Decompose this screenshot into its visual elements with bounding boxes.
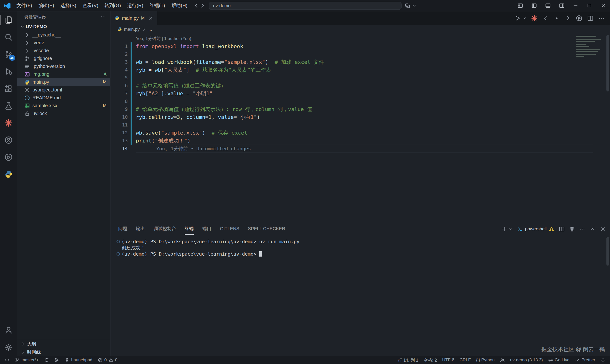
- command-center-dropdown[interactable]: [412, 3, 417, 8]
- notifications[interactable]: [598, 356, 608, 364]
- activity-explorer[interactable]: [0, 12, 17, 29]
- file-item-pyproject-toml[interactable]: pyproject.toml: [17, 86, 110, 94]
- menu-选择-s[interactable]: 选择(S): [57, 0, 79, 11]
- activity-search[interactable]: [0, 29, 17, 46]
- run-python-file-button[interactable]: [514, 15, 521, 21]
- copilot[interactable]: [405, 3, 410, 8]
- menu-编辑-e[interactable]: 编辑(E): [35, 0, 57, 11]
- activity-source-control[interactable]: 40: [0, 46, 17, 63]
- panel-tab-输出[interactable]: 输出: [136, 223, 145, 235]
- git-branch[interactable]: master*+: [12, 356, 41, 364]
- codelens-blame[interactable]: You, 1分钟前 | 1 author (You): [136, 36, 610, 41]
- terminal[interactable]: (uv-demo) PS D:\workspace\vue-learning\u…: [111, 235, 610, 356]
- git-status-badge: M: [103, 103, 106, 108]
- new-terminal-button[interactable]: [501, 226, 507, 232]
- panel-tab-终端[interactable]: 终端: [185, 223, 194, 235]
- file-item-uv-lock[interactable]: uv.lock: [17, 110, 110, 117]
- menu-帮助-h[interactable]: 帮助(H): [168, 0, 191, 11]
- more-actions-button[interactable]: [598, 15, 605, 21]
- toggle-secondary-sidebar-button[interactable]: [555, 0, 569, 11]
- file-item-sample-xlsx[interactable]: sample.xlsxM: [17, 102, 110, 110]
- editor-scrollbar[interactable]: [606, 35, 609, 91]
- navigate-forward-button[interactable]: [565, 15, 571, 21]
- extension-action-button[interactable]: [531, 15, 538, 21]
- activity-python[interactable]: [0, 166, 17, 183]
- section-时间线[interactable]: 时间线: [17, 348, 110, 356]
- maximize-button[interactable]: [582, 0, 596, 11]
- customize-layout-button[interactable]: [513, 0, 527, 11]
- navigate-back-button[interactable]: [542, 15, 549, 21]
- panel-tab-spell-checker[interactable]: SPELL CHECKER: [248, 223, 285, 235]
- panel-tab-端口[interactable]: 端口: [202, 223, 211, 235]
- file-item-gitignore[interactable]: .gitignore: [17, 54, 110, 62]
- close-panel-button[interactable]: [600, 226, 606, 232]
- toggle-primary-sidebar-button[interactable]: [527, 0, 541, 11]
- file-item-venv[interactable]: .venv: [17, 39, 110, 47]
- maximize-panel-button[interactable]: [589, 226, 596, 232]
- split-terminal-button[interactable]: [559, 226, 565, 232]
- tab-main-py[interactable]: main.py M: [111, 12, 157, 25]
- run-below-button[interactable]: [576, 15, 582, 21]
- activity-extension-runner[interactable]: [0, 149, 17, 166]
- breadcrumb-item-main-py[interactable]: main.py: [124, 27, 140, 32]
- python-icon: [117, 27, 122, 32]
- terminal-instance-powershell[interactable]: powershell: [517, 226, 555, 232]
- panel-tab-调试控制台[interactable]: 调试控制台: [154, 223, 176, 235]
- go-forward[interactable]: [199, 3, 206, 9]
- toggle-panel-button[interactable]: [541, 0, 555, 11]
- language-mode[interactable]: { } Python: [473, 356, 497, 364]
- gitlens-launchpad[interactable]: Launchpad: [62, 356, 95, 364]
- file-item-vscode[interactable]: .vscode: [17, 47, 110, 54]
- file-item-python-version[interactable]: .python-version: [17, 62, 110, 70]
- cursor-position[interactable]: 行 14, 列 1: [395, 356, 421, 364]
- activity-testing[interactable]: [0, 97, 17, 114]
- go-back[interactable]: [193, 3, 199, 9]
- git-sync[interactable]: [41, 356, 52, 364]
- terminal-scrollbar[interactable]: [606, 237, 609, 266]
- activity-extension-account[interactable]: [0, 131, 17, 149]
- minimap[interactable]: [576, 36, 602, 58]
- file-item-readme-md[interactable]: README.md: [17, 94, 110, 102]
- command-center-search[interactable]: uv-demo: [209, 2, 402, 10]
- indentation[interactable]: 空格: 2: [421, 356, 440, 364]
- live-share[interactable]: [497, 356, 507, 364]
- menu-查看-v[interactable]: 查看(V): [79, 0, 102, 11]
- problems[interactable]: 00: [95, 356, 120, 364]
- menu-文件-f[interactable]: 文件(F): [13, 0, 35, 11]
- encoding[interactable]: UTF-8: [440, 356, 457, 364]
- go-live[interactable]: Go Live: [545, 356, 572, 364]
- panel-tab-问题[interactable]: 问题: [118, 223, 127, 235]
- menu-转到-g[interactable]: 转到(G): [102, 0, 124, 11]
- activity-extensions[interactable]: [0, 80, 17, 97]
- views-more-icon[interactable]: [100, 14, 106, 20]
- file-item-img-png[interactable]: img.pngA: [17, 70, 110, 78]
- terminal-dropdown-button[interactable]: [512, 227, 513, 231]
- python-interpreter[interactable]: uv-demo (3.13.3): [507, 356, 545, 364]
- activity-accounts[interactable]: [0, 322, 17, 339]
- remote-indicator[interactable]: [2, 356, 12, 364]
- file-item-main-py[interactable]: main.pyM: [17, 78, 110, 86]
- split-editor-button[interactable]: [587, 15, 594, 21]
- activity-extension-sparkle[interactable]: [0, 114, 17, 131]
- activity-run-and-debug[interactable]: [0, 63, 17, 80]
- menu-终端-t[interactable]: 终端(T): [146, 0, 168, 11]
- file-item-pycache[interactable]: __pycache__: [17, 31, 110, 39]
- panel-tab-gitlens[interactable]: GITLENS: [220, 223, 239, 235]
- terminal-more-button[interactable]: [579, 226, 585, 232]
- close-window-button[interactable]: [596, 0, 610, 11]
- breadcrumb-item-item[interactable]: ...: [148, 27, 152, 32]
- current-position-button[interactable]: [554, 15, 560, 21]
- code-editor[interactable]: You, 1分钟前 | 1 author (You) 1from openpyx…: [111, 34, 610, 223]
- minimize-button[interactable]: [569, 0, 582, 11]
- close-icon[interactable]: [148, 15, 153, 21]
- run-dropdown-button[interactable]: [525, 16, 526, 20]
- project-root[interactable]: UV-DEMO: [17, 22, 110, 31]
- status-right: 行 14, 列 1空格: 2UTF-8CRLF{ } Pythonuv-demo…: [395, 356, 608, 364]
- menu-运行-r[interactable]: 运行(R): [124, 0, 146, 11]
- section-大纲[interactable]: 大纲: [17, 340, 110, 348]
- prettier[interactable]: Prettier: [572, 356, 598, 364]
- kill-terminal-button[interactable]: [569, 226, 575, 232]
- commit-graph[interactable]: [52, 356, 62, 364]
- eol[interactable]: CRLF: [457, 356, 473, 364]
- activity-manage[interactable]: [0, 339, 17, 356]
